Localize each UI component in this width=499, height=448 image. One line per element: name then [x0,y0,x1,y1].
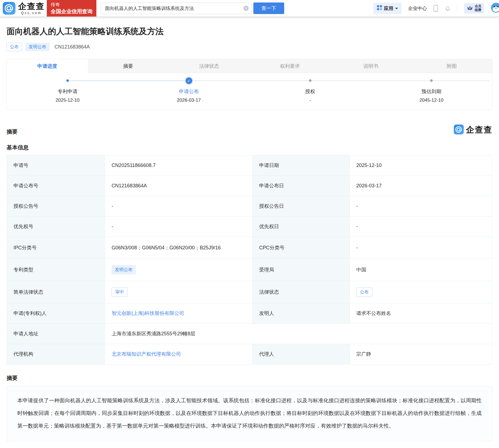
cell-value-office: 中国 [349,259,492,281]
cell-label-agency: 代理机构 [7,344,105,365]
cell-value-agent: 宗广静 [349,344,492,365]
vip-renew-button[interactable]: 会员 续费 [464,3,484,14]
table-row: 申请公布号CN121683864A申请公布日2026-03-17 [7,176,492,196]
timeline-date: 2026-03-17 [177,98,201,103]
apps-grid-icon [377,5,382,12]
cell-label-inventor: 发明人 [253,303,350,324]
cell-label-cpc: CPC分类号 [253,237,350,259]
cell-label-applicant-address: 申请人地址 [7,324,105,344]
patent-type-badge: 发明公布 [25,43,50,51]
chevron-down-icon [395,8,398,9]
cell-value-priority-no: - [105,217,253,237]
table-row: 授权公告号-授权公告日- [7,196,492,217]
table-row: 简单法律状态审中法律状态公布 [7,281,492,303]
table-row: 优先权号-优先权日- [7,217,492,237]
apps-label: 应用 [384,5,393,12]
cell-label-simple-legal-status: 简单法律状态 [7,281,105,303]
cell-value-legal-status: 公布 [349,281,492,303]
timeline-step-publication: ✓申请公布2026-03-17 [128,77,250,103]
cell-value-ipc: G06N3/008；G06N5/04；G06N20/00；B25J9/16 [105,237,253,259]
vip-label-2: 续费 [475,8,481,12]
qcc-logo[interactable]: 企查查 Qcc.com [3,2,45,15]
timeline-steps: 专利申请2025-12-10✓申请公布2026-03-17授权-预估到期2045… [7,77,492,103]
mobile-app-icon[interactable] [433,5,438,12]
patent-type-badge: 发明公布 [112,265,136,274]
abstract-title: 摘要 [7,374,492,382]
top-bar: 企查查 Qcc.com 传奇 全国企业信用查询 ✕ 查一下 应用 [0,0,499,17]
timeline-date: 2025-12-10 [56,98,80,103]
table-row: 申请人地址上海市浦东新区秀浦路2555号29幢8层 [7,324,492,344]
timeline-label: 预估到期 [422,88,441,95]
abstract-text: 本申请提供了一种面向机器人的人工智能策略训练系统及方法，涉及人工智能技术领域。该… [7,386,492,441]
apps-dropdown[interactable]: 应用 [373,3,402,14]
dot-icon [430,79,433,82]
timeline-date: - [309,98,311,103]
timeline-step-application: 专利申请2025-12-10 [7,77,128,103]
table-row: 申请号CN202511866608.7申请日期2025-12-10 [7,155,492,176]
cell-value-applicant-address: 上海市浦东新区秀浦路2555号29幢8层 [105,324,492,344]
cell-value-application-no: CN202511866608.7 [105,155,253,176]
qcc-logo-text: 企查查 Qcc.com [18,2,45,15]
cell-label-application-date: 申请日期 [253,155,350,176]
cell-value-simple-legal-status: 审中 [105,281,253,303]
tab-drawings[interactable]: 附图 [411,59,492,73]
tab-description[interactable]: 说明书 [330,59,411,73]
cell-label-application-no: 申请号 [7,155,105,176]
table-row: IPC分类号G06N3/008；G06N5/04；G06N20/00；B25J9… [7,237,492,259]
basic-info-rows: 申请号CN202511866608.7申请日期2025-12-10申请公布号CN… [7,155,492,365]
cell-label-legal-status: 法律状态 [253,281,350,303]
cell-value-inventor: 请求不公布姓名 [349,303,492,324]
qcc-brand-text: 企查查 [466,124,492,136]
cell-value-publication-no: CN121683864A [105,176,253,196]
assistant-mascot-icon[interactable] [491,2,499,14]
cell-label-priority-no: 优先权号 [7,217,105,237]
notification-bell-icon[interactable] [445,5,451,11]
cell-label-grant-date: 授权公告日 [253,196,350,217]
applicant-link: 智元创新(上海)科技股份有限公司 [112,311,184,316]
cell-label-publication-date: 申请公布日 [253,176,350,196]
cell-value-grant-no: - [105,196,253,217]
simple-legal-status-badge: 审中 [112,287,128,297]
cell-label-publication-no: 申请公布号 [7,176,105,196]
cell-value-grant-date: - [349,196,492,217]
cell-value-applicant[interactable]: 智元创新(上海)科技股份有限公司 [105,303,253,324]
cell-label-ipc: IPC分类号 [7,237,105,259]
cell-value-patent-type: 发明公布 [105,259,253,281]
table-row: 申请(专利权)人智元创新(上海)科技股份有限公司发明人请求不公布姓名 [7,303,492,324]
vip-label-1: 会员 [475,4,481,8]
tab-progress[interactable]: 申请进度 [7,59,88,73]
check-icon: ✓ [186,77,192,84]
qcc-logo-icon [3,2,15,15]
qcc-brand-mark: 企查查 [454,124,492,136]
cell-value-cpc: - [349,237,492,259]
publication-number: CN121683864A [55,44,90,50]
cell-label-applicant: 申请(专利权)人 [7,303,105,324]
divider [457,4,457,12]
timeline-date: 2045-12-10 [419,98,443,103]
cell-label-grant-no: 授权公告号 [7,196,105,217]
enterprise-center-link[interactable]: 企业中心 [408,5,427,12]
timeline-label: 授权 [305,88,315,95]
cell-value-agency[interactable]: 北京布瑞知识产权代理有限公司 [105,344,253,365]
qcc-brand-icon [454,125,464,136]
summary-section-title: 摘要 [7,128,18,136]
timeline-step-estimated-expiry: 预估到期2045-12-10 [371,77,492,103]
cell-label-patent-type: 专利类型 [7,259,105,281]
cell-label-agent: 代理人 [253,344,350,365]
agency-link: 北京布瑞知识产权代理有限公司 [112,351,181,357]
status-badge: 公布 [7,43,22,51]
search-button[interactable]: 查一下 [253,2,284,14]
promo-badge: 传奇 全国企业信用查询 [47,0,96,17]
tab-legal-status[interactable]: 法律状态 [169,59,250,73]
tab-abstract[interactable]: 摘要 [88,59,169,73]
clear-search-icon[interactable]: ✕ [243,6,249,11]
application-timeline: 专利申请2025-12-10✓申请公布2026-03-17授权-预估到期2045… [7,73,492,110]
page-title: 面向机器人的人工智能策略训练系统及方法 [7,26,492,37]
table-row: 专利类型发明公布受理局中国 [7,259,492,281]
timeline-step-grant: 授权- [250,77,371,103]
crown-icon [467,5,473,12]
search-input[interactable] [101,2,252,14]
tab-bar: 申请进度摘要法律状态权利要求说明书附图 [7,59,492,73]
tab-claims[interactable]: 权利要求 [250,59,330,73]
cell-label-office: 受理局 [253,259,350,281]
